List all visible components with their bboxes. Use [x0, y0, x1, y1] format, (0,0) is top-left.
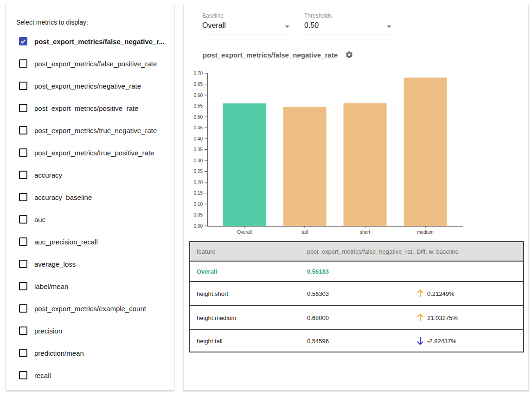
diff-value: 0.21249%	[427, 290, 455, 297]
chevron-down-icon	[285, 26, 289, 28]
metric-label: post_export_metrics/negative_rate	[34, 82, 141, 90]
metric-list: post_export_metrics/false_negative_r... …	[16, 30, 169, 386]
checkbox-icon[interactable]	[19, 171, 27, 179]
metric-label: post_export_metrics/true_positive_rate	[34, 149, 154, 157]
up-arrow-icon	[417, 313, 424, 322]
baseline-label: Baseline	[202, 13, 290, 19]
metric-label: post_export_metrics/true_negative_rate	[34, 127, 157, 134]
sidebar-item-precision[interactable]: precision	[16, 320, 169, 342]
column-header-feature: feature	[190, 248, 306, 255]
checkbox-icon[interactable]	[19, 193, 27, 201]
feature-cell: height:medium	[190, 314, 306, 321]
metric-label: post_export_metrics/false_positive_rate	[34, 60, 157, 68]
sidebar-item-negative-rate[interactable]: post_export_metrics/negative_rate	[16, 75, 169, 97]
sidebar-item-true-negative-rate[interactable]: post_export_metrics/true_negative_rate	[16, 119, 169, 141]
feature-cell: height:tall	[190, 338, 306, 345]
baseline-value: Overall	[202, 21, 226, 29]
table-row-overall: Overall 0.56183	[190, 261, 523, 281]
metric-label: accuracy_baseline	[34, 193, 92, 201]
svg-text:0.00: 0.00	[194, 224, 203, 229]
checkbox-checked-icon[interactable]	[19, 37, 27, 45]
chevron-down-icon	[387, 26, 391, 28]
sidebar-item-label-mean[interactable]: label/mean	[16, 275, 169, 297]
sidebar-item-example-count[interactable]: post_export_metrics/example_count	[16, 297, 169, 320]
metric-picker-title: Select metrics to display:	[16, 19, 88, 26]
diff-cell: 0.21249%	[416, 289, 523, 298]
checkbox-icon[interactable]	[19, 82, 27, 90]
results-table: feature post_export_metrics/false_negati…	[189, 241, 524, 352]
checkbox-icon[interactable]	[19, 349, 27, 357]
svg-text:0.30: 0.30	[194, 158, 203, 163]
value-cell: 0.68000	[306, 314, 416, 321]
checkbox-icon[interactable]	[19, 237, 27, 246]
up-arrow-icon	[417, 289, 424, 298]
sidebar-item-auc-precision-recall[interactable]: auc_precision_recall	[16, 231, 169, 253]
table-row-height-medium: height:medium 0.68000 21.03275%	[190, 305, 523, 329]
checkbox-icon[interactable]	[19, 260, 27, 268]
checkbox-icon[interactable]	[19, 327, 27, 335]
svg-text:0.25: 0.25	[194, 169, 203, 174]
down-arrow-icon	[417, 336, 424, 346]
diff-value: 21.03275%	[427, 314, 458, 321]
checkbox-icon[interactable]	[19, 282, 27, 290]
metric-label: precision	[34, 327, 62, 335]
value-cell: 0.56183	[306, 268, 416, 275]
sidebar-item-true-positive-rate[interactable]: post_export_metrics/true_positive_rate	[16, 141, 169, 164]
checkbox-icon[interactable]	[19, 126, 27, 134]
thresholds-label: Thresholds	[304, 13, 392, 19]
svg-text:0.60: 0.60	[194, 93, 203, 98]
sidebar-item-false-positive-rate[interactable]: post_export_metrics/false_positive_rate	[16, 52, 169, 75]
thresholds-select[interactable]: Thresholds 0.50	[304, 13, 392, 34]
metric-picker-panel: Select metrics to display: post_export_m…	[6, 4, 174, 391]
svg-text:short: short	[360, 230, 370, 235]
sidebar-item-recall[interactable]: recall	[16, 364, 169, 386]
svg-text:0.10: 0.10	[194, 202, 203, 207]
checkbox-icon[interactable]	[19, 59, 27, 68]
sidebar-item-prediction-mean[interactable]: prediction/mean	[16, 342, 169, 364]
svg-text:0.45: 0.45	[194, 125, 203, 130]
diff-cell: -2.82437%	[416, 336, 523, 346]
metric-label: prediction/mean	[34, 349, 84, 357]
table-row-height-short: height:short 0.56303 0.21249%	[190, 281, 523, 305]
checkbox-icon[interactable]	[19, 304, 27, 313]
thresholds-value: 0.50	[304, 21, 319, 29]
svg-text:0.40: 0.40	[194, 136, 203, 141]
value-cell: 0.54596	[306, 338, 416, 345]
value-cell: 0.56303	[306, 290, 416, 297]
table-row-height-tall: height:tall 0.54596 -2.82437%	[190, 329, 523, 352]
chart-title: post_export_metrics/false_negative_rate	[203, 51, 338, 59]
metric-label: auc_precision_recall	[34, 238, 98, 246]
diff-value: -2.82437%	[427, 338, 456, 345]
metric-bar-chart: 0.000.050.100.150.200.250.300.350.400.45…	[184, 69, 471, 238]
metric-label: average_loss	[34, 260, 76, 268]
checkbox-icon[interactable]	[19, 371, 27, 379]
sidebar-item-accuracy-baseline[interactable]: accuracy_baseline	[16, 186, 169, 208]
gear-icon[interactable]	[345, 51, 353, 59]
svg-text:medium: medium	[417, 230, 434, 235]
sidebar-item-accuracy[interactable]: accuracy	[16, 164, 169, 186]
sidebar-item-auc[interactable]: auc	[16, 208, 169, 231]
svg-text:0.55: 0.55	[194, 103, 203, 109]
svg-text:0.15: 0.15	[194, 191, 203, 196]
svg-text:0.65: 0.65	[194, 82, 203, 87]
column-header-diff: Diff. w. baseline	[416, 248, 523, 255]
checkbox-icon[interactable]	[19, 215, 27, 224]
sidebar-item-positive-rate[interactable]: post_export_metrics/positive_rate	[16, 97, 169, 119]
metric-label: recall	[34, 371, 51, 379]
sidebar-item-average-loss[interactable]: average_loss	[16, 253, 169, 275]
sidebar-item-false-negative-rate[interactable]: post_export_metrics/false_negative_r...	[16, 30, 169, 52]
metric-label: accuracy	[34, 171, 62, 179]
svg-text:Overall: Overall	[237, 230, 252, 235]
svg-text:0.70: 0.70	[194, 71, 203, 76]
checkbox-icon[interactable]	[19, 148, 27, 157]
svg-text:0.35: 0.35	[194, 147, 203, 152]
checkbox-icon[interactable]	[19, 104, 27, 112]
svg-text:tall: tall	[302, 230, 308, 235]
table-header-row: feature post_export_metrics/false_negati…	[190, 242, 523, 261]
metric-label: label/mean	[34, 282, 68, 290]
baseline-select[interactable]: Baseline Overall	[202, 13, 290, 34]
svg-text:0.20: 0.20	[194, 180, 203, 185]
metric-label: post_export_metrics/false_negative_r...	[34, 38, 165, 45]
column-header-metric: post_export_metrics/false_negative_rat..…	[306, 248, 416, 255]
feature-cell: Overall	[190, 268, 306, 275]
